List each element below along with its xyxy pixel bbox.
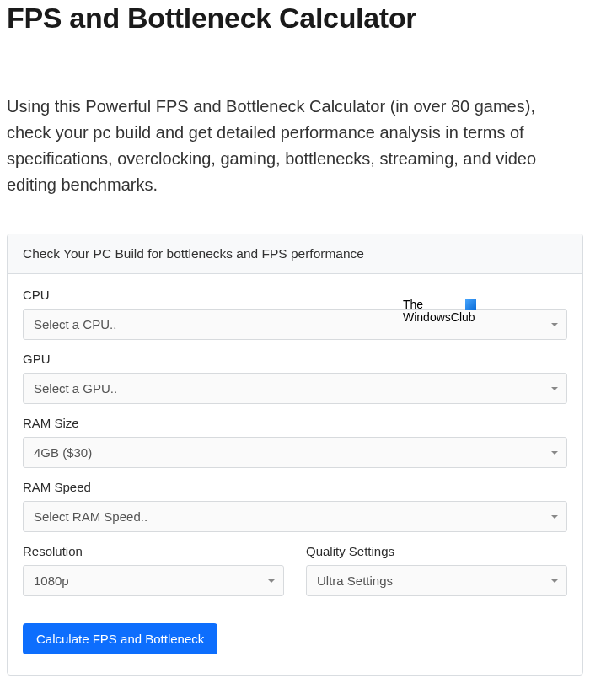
card-header: Check Your PC Build for bottlenecks and … <box>8 234 582 274</box>
gpu-select[interactable]: Select a GPU.. <box>23 373 567 404</box>
cpu-select[interactable]: Select a CPU.. <box>23 309 567 340</box>
resolution-label: Resolution <box>23 544 284 558</box>
card-body: CPU Select a CPU.. GPU Select a GPU.. RA… <box>8 274 582 675</box>
ram-size-select[interactable]: 4GB ($30) <box>23 437 567 468</box>
quality-label: Quality Settings <box>306 544 567 558</box>
ram-size-field: RAM Size 4GB ($30) <box>23 416 567 468</box>
gpu-select-value: Select a GPU.. <box>34 381 117 396</box>
resolution-field: Resolution 1080p <box>23 544 284 596</box>
chevron-down-icon <box>551 323 558 326</box>
chevron-down-icon <box>268 579 275 583</box>
gpu-label: GPU <box>23 352 567 366</box>
quality-field: Quality Settings Ultra Settings <box>306 544 567 596</box>
resolution-quality-row: Resolution 1080p Quality Settings Ultra … <box>23 544 567 608</box>
quality-select[interactable]: Ultra Settings <box>306 565 567 596</box>
chevron-down-icon <box>551 387 558 390</box>
ram-speed-field: RAM Speed Select RAM Speed.. <box>23 480 567 532</box>
calculate-button[interactable]: Calculate FPS and Bottleneck <box>23 623 217 654</box>
resolution-select-value: 1080p <box>34 573 69 588</box>
chevron-down-icon <box>551 515 558 519</box>
ram-speed-label: RAM Speed <box>23 480 567 494</box>
chevron-down-icon <box>551 579 558 583</box>
ram-size-label: RAM Size <box>23 416 567 430</box>
page-title: FPS and Bottleneck Calculator <box>7 2 583 35</box>
cpu-label: CPU <box>23 288 567 302</box>
quality-select-value: Ultra Settings <box>317 573 393 588</box>
resolution-select[interactable]: 1080p <box>23 565 284 596</box>
gpu-field: GPU Select a GPU.. <box>23 352 567 404</box>
intro-text: Using this Powerful FPS and Bottleneck C… <box>7 94 583 198</box>
ram-speed-select[interactable]: Select RAM Speed.. <box>23 501 567 532</box>
ram-size-select-value: 4GB ($30) <box>34 445 92 460</box>
chevron-down-icon <box>551 451 558 455</box>
ram-speed-select-value: Select RAM Speed.. <box>34 509 148 524</box>
cpu-field: CPU Select a CPU.. <box>23 288 567 340</box>
cpu-select-value: Select a CPU.. <box>34 317 116 331</box>
calculator-card: Check Your PC Build for bottlenecks and … <box>7 234 583 676</box>
